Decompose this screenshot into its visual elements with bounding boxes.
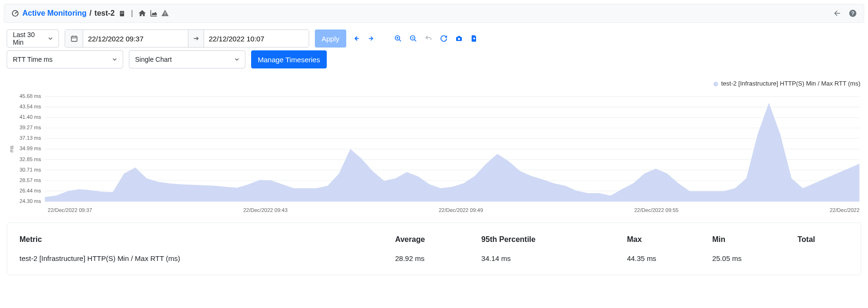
undo-icon bbox=[424, 34, 433, 43]
cell-max: 44.35 ms bbox=[624, 250, 709, 266]
metric-select-label: RTT Time ms bbox=[13, 56, 53, 63]
cell-p95: 34.14 ms bbox=[478, 250, 624, 266]
time-range-select[interactable]: Last 30 Min bbox=[7, 29, 59, 48]
table-header-row: Metric Average 95th Percentile Max Min T… bbox=[17, 231, 851, 250]
zoom-in-icon[interactable] bbox=[394, 34, 402, 43]
page-header: Active Monitoring / test-2 | ? bbox=[4, 4, 864, 23]
svg-text:26.44 ms: 26.44 ms bbox=[20, 188, 41, 193]
svg-line-19 bbox=[414, 39, 416, 41]
cell-average: 28.92 ms bbox=[392, 250, 478, 266]
col-average: Average bbox=[392, 231, 478, 250]
date-from-input[interactable] bbox=[83, 30, 188, 47]
svg-rect-5 bbox=[122, 13, 123, 14]
cell-total bbox=[795, 250, 851, 266]
help-icon[interactable]: ? bbox=[848, 9, 857, 18]
svg-text:30.71 ms: 30.71 ms bbox=[20, 167, 41, 173]
server-icon bbox=[117, 9, 126, 18]
chart-mode-label: Single Chart bbox=[135, 56, 172, 63]
svg-text:37.13 ms: 37.13 ms bbox=[20, 135, 41, 141]
gauge-icon bbox=[11, 9, 20, 18]
date-range-group bbox=[65, 29, 309, 48]
date-to-input[interactable] bbox=[204, 30, 309, 47]
breadcrumb: Active Monitoring / test-2 | bbox=[11, 9, 169, 18]
legend-swatch bbox=[713, 82, 718, 87]
svg-point-22 bbox=[458, 38, 460, 40]
breadcrumb-separator: / bbox=[89, 9, 91, 18]
svg-text:41.40 ms: 41.40 ms bbox=[20, 114, 41, 120]
svg-text:ms: ms bbox=[9, 145, 14, 153]
refresh-icon[interactable] bbox=[439, 34, 448, 43]
svg-text:45.68 ms: 45.68 ms bbox=[20, 93, 41, 99]
svg-text:22/Dec/2022 09:55: 22/Dec/2022 09:55 bbox=[634, 207, 678, 213]
svg-text:22/Dec/2022 09:49: 22/Dec/2022 09:49 bbox=[439, 207, 483, 213]
date-arrow-icon bbox=[188, 30, 204, 47]
metrics-summary-card: Metric Average 95th Percentile Max Min T… bbox=[7, 222, 861, 275]
svg-text:24.30 ms: 24.30 ms bbox=[20, 198, 41, 204]
breadcrumb-current: test-2 bbox=[95, 9, 115, 18]
step-back-icon[interactable] bbox=[352, 34, 361, 43]
chevron-down-icon bbox=[111, 56, 118, 63]
legend-label: test-2 [Infrastructure] HTTP(S) Min / Ma… bbox=[721, 80, 860, 87]
svg-rect-2 bbox=[121, 11, 122, 12]
svg-text:28.57 ms: 28.57 ms bbox=[20, 177, 41, 183]
svg-text:22/Dec/2022 09:43: 22/Dec/2022 09:43 bbox=[243, 207, 287, 213]
svg-text:39.27 ms: 39.27 ms bbox=[20, 125, 41, 130]
calendar-button[interactable] bbox=[65, 30, 83, 47]
apply-button[interactable]: Apply bbox=[315, 29, 346, 48]
toolbar-row-2: RTT Time ms Single Chart Manage Timeseri… bbox=[0, 50, 868, 73]
export-icon[interactable] bbox=[470, 34, 478, 43]
svg-rect-4 bbox=[121, 13, 122, 14]
svg-text:43.54 ms: 43.54 ms bbox=[20, 104, 41, 109]
chevron-down-icon bbox=[234, 56, 240, 63]
col-max: Max bbox=[624, 231, 709, 250]
home-icon[interactable] bbox=[138, 9, 146, 18]
svg-text:?: ? bbox=[851, 10, 854, 16]
chart-container: test-2 [Infrastructure] HTTP(S) Min / Ma… bbox=[7, 78, 861, 216]
chevron-down-icon bbox=[47, 35, 54, 42]
col-p95: 95th Percentile bbox=[478, 231, 624, 250]
svg-rect-10 bbox=[71, 36, 77, 41]
svg-line-15 bbox=[399, 39, 401, 41]
svg-rect-6 bbox=[165, 12, 166, 14]
col-min: Min bbox=[709, 231, 794, 250]
svg-rect-3 bbox=[122, 11, 123, 12]
breadcrumb-divider: | bbox=[131, 9, 133, 18]
metric-select[interactable]: RTT Time ms bbox=[7, 50, 123, 68]
chart-plot[interactable]: 45.68 ms43.54 ms41.40 ms39.27 ms37.13 ms… bbox=[7, 92, 861, 216]
manage-timeseries-button[interactable]: Manage Timeseries bbox=[251, 50, 327, 68]
toolbar-row-1: Last 30 Min Apply bbox=[0, 23, 868, 50]
breadcrumb-link-active-monitoring[interactable]: Active Monitoring bbox=[22, 9, 87, 18]
svg-rect-23 bbox=[458, 36, 460, 38]
cell-metric: test-2 [Infrastructure] HTTP(S) Min / Ma… bbox=[17, 250, 392, 266]
zoom-out-icon[interactable] bbox=[409, 34, 418, 43]
warning-icon[interactable] bbox=[161, 9, 169, 18]
svg-text:22/Dec/2022 09:37: 22/Dec/2022 09:37 bbox=[48, 207, 92, 213]
snapshot-icon[interactable] bbox=[455, 34, 463, 43]
svg-text:32.85 ms: 32.85 ms bbox=[20, 156, 41, 162]
svg-rect-7 bbox=[165, 15, 166, 16]
metrics-table: Metric Average 95th Percentile Max Min T… bbox=[17, 231, 851, 266]
header-actions: ? bbox=[833, 9, 857, 18]
cell-min: 25.05 ms bbox=[709, 250, 794, 266]
svg-text:34.99 ms: 34.99 ms bbox=[20, 145, 41, 151]
area-chart-icon[interactable] bbox=[149, 9, 158, 18]
chart-mode-select[interactable]: Single Chart bbox=[129, 50, 245, 68]
col-total: Total bbox=[795, 231, 851, 250]
svg-text:22/Dec/2022 10:01: 22/Dec/2022 10:01 bbox=[830, 207, 861, 213]
time-range-label: Last 30 Min bbox=[13, 31, 42, 46]
chart-tools bbox=[352, 34, 478, 43]
svg-rect-1 bbox=[120, 10, 124, 16]
back-arrow-icon[interactable] bbox=[833, 9, 842, 18]
col-metric: Metric bbox=[17, 231, 392, 250]
table-row: test-2 [Infrastructure] HTTP(S) Min / Ma… bbox=[17, 250, 851, 266]
chart-legend: test-2 [Infrastructure] HTTP(S) Min / Ma… bbox=[7, 78, 861, 92]
step-forward-icon[interactable] bbox=[367, 34, 376, 43]
